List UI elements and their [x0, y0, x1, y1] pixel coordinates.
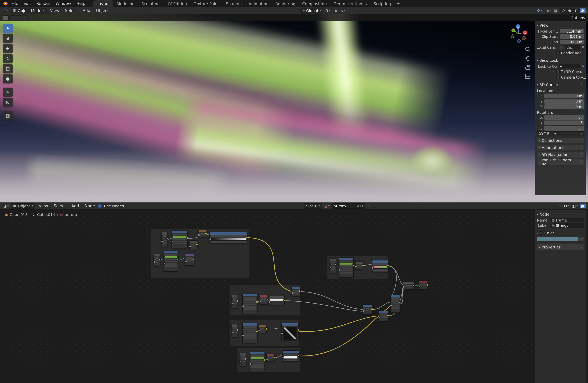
workspace-tab-geometry-nodes[interactable]: Geometry Nodes: [330, 0, 370, 7]
perspective-grid-icon[interactable]: [525, 73, 531, 79]
shader-node[interactable]: [242, 294, 257, 314]
workspace-tab-shading[interactable]: Shading: [222, 0, 245, 7]
tool-annotate-button[interactable]: ✎: [3, 88, 13, 97]
shading-rendered-icon[interactable]: ◑: [579, 8, 585, 13]
node-label-field[interactable]: ▦Strings: [550, 223, 584, 228]
shader-node[interactable]: [292, 287, 300, 296]
rotation-order-dropdown[interactable]: XYZ Euler ▾: [537, 131, 584, 136]
shader-node[interactable]: [282, 350, 299, 362]
viewport-menu-view[interactable]: View: [48, 8, 62, 13]
shader-node[interactable]: [231, 295, 238, 308]
duplicate-material-icon[interactable]: ❐: [360, 204, 363, 208]
shader-node[interactable]: [162, 232, 168, 247]
editor-type-viewport-icon[interactable]: ⊞▾: [2, 8, 10, 13]
shader-node[interactable]: [379, 311, 389, 321]
shader-node[interactable]: [419, 281, 428, 290]
tool-cursor-button[interactable]: ⊕: [3, 34, 13, 43]
workspace-tab-sculpting[interactable]: Sculpting: [138, 0, 163, 7]
shader-node[interactable]: [339, 257, 354, 278]
node-menu-view[interactable]: View: [37, 204, 50, 208]
clip-end-field[interactable]: 1000 m: [560, 40, 584, 44]
use-nodes-checkbox[interactable]: [98, 204, 102, 208]
select-mode-new-button[interactable]: [3, 15, 9, 20]
shader-node[interactable]: [154, 254, 160, 267]
cursor-loc-z-field[interactable]: 0 m: [544, 104, 584, 109]
shader-node[interactable]: [250, 352, 265, 372]
object-mode-dropdown[interactable]: ▣ Object Mode ▾: [11, 8, 47, 13]
shader-node[interactable]: [231, 324, 238, 338]
panel-properties-header[interactable]: ▸ Properties ⠿⠿: [537, 244, 584, 250]
panel-view-header[interactable]: ▾ View ⠿⠿: [537, 22, 584, 28]
color-presets-icon[interactable]: ☰: [581, 231, 584, 235]
node-graph[interactable]: [0, 210, 588, 383]
breadcrumb-item-cube-014[interactable]: Cube.014: [37, 212, 55, 217]
workspace-tab-scripting[interactable]: Scripting: [370, 0, 394, 7]
node-name-field[interactable]: ▦Frame: [550, 218, 584, 222]
shader-node[interactable]: [172, 230, 188, 248]
workspace-tab-texture-paint[interactable]: Texture Paint: [190, 0, 223, 7]
local-camera-checkbox[interactable]: [560, 46, 563, 49]
workspace-tab-compositing[interactable]: Compositing: [299, 0, 330, 7]
workspace-tab-modeling[interactable]: Modeling: [113, 0, 138, 7]
shading-material-icon[interactable]: ◐: [573, 8, 579, 13]
breadcrumb-item-aurora[interactable]: aurora: [65, 212, 77, 217]
xray-toggle-icon[interactable]: ▩: [553, 8, 559, 13]
node-menu-add[interactable]: Add: [69, 204, 81, 208]
clear-icon[interactable]: ✕: [582, 46, 584, 49]
tool-scale-button[interactable]: ◱: [3, 64, 13, 73]
snap-target-icon[interactable]: ⌖: [558, 203, 562, 209]
camera-view-icon[interactable]: [525, 64, 531, 70]
viewport-menu-object[interactable]: Object: [94, 8, 111, 13]
gizmo-y-axis[interactable]: [511, 28, 515, 32]
shader-node[interactable]: [210, 232, 247, 243]
eyedropper-icon[interactable]: ✎: [582, 65, 584, 68]
workspace-tab-animation[interactable]: Animation: [245, 0, 272, 7]
shader-node[interactable]: [164, 251, 178, 272]
viewport-3d[interactable]: Options ➤⊕✚↻◱◉✎◺▧ Z X: [0, 14, 588, 202]
shader-node[interactable]: [260, 295, 268, 305]
panel-node-header[interactable]: ▾ Node ⠿⠿: [537, 211, 584, 217]
shader-node[interactable]: [372, 260, 389, 272]
shader-node[interactable]: [390, 295, 400, 313]
camera-to-view-checkbox[interactable]: [556, 76, 560, 79]
panel-view-lock-header[interactable]: ▾ View Lock ⠿⠿: [537, 58, 584, 63]
tool-transform-button[interactable]: ◉: [3, 74, 13, 83]
add-workspace-button[interactable]: +: [394, 0, 402, 7]
editor-type-shader-icon[interactable]: ◑▾: [2, 203, 10, 208]
menu-edit[interactable]: Edit: [21, 0, 34, 7]
cursor-rot-x-field[interactable]: 0°: [544, 115, 584, 119]
workspace-tab-uv-editing[interactable]: UV Editing: [163, 0, 190, 7]
shader-node[interactable]: [281, 323, 299, 340]
cursor-loc-y-field[interactable]: 0 m: [544, 99, 584, 103]
shader-node[interactable]: [185, 254, 194, 266]
pan-hand-icon[interactable]: [525, 55, 531, 61]
browse-material-icon[interactable]: ◍▾: [323, 203, 331, 208]
menu-window[interactable]: Window: [53, 0, 74, 7]
proportional-editing-icon[interactable]: ◎: [333, 8, 338, 13]
select-mode-extend-button[interactable]: [9, 15, 15, 20]
snapping-magnet-icon[interactable]: ▾: [563, 204, 570, 208]
shader-preview-toggle-icon[interactable]: ▣: [580, 203, 586, 208]
breadcrumb-expand-icon[interactable]: ›: [1, 213, 3, 216]
menu-render[interactable]: Render: [34, 0, 53, 7]
shader-node[interactable]: [355, 261, 363, 269]
workspace-tab-rendering[interactable]: Rendering: [272, 0, 299, 7]
clip-start-field[interactable]: 0.01 m: [560, 34, 584, 39]
unlink-material-button[interactable]: ✕: [366, 203, 371, 208]
panel-collections-header[interactable]: ▸Collections⠿⠿: [537, 138, 584, 143]
shader-node[interactable]: [266, 354, 275, 362]
gizmo-z-neg-axis[interactable]: [517, 39, 520, 43]
fake-user-shield-icon[interactable]: ◈: [357, 204, 359, 208]
tool-add-cube-button[interactable]: ▧: [3, 111, 13, 120]
options-label[interactable]: Options: [570, 16, 585, 20]
gizmo-y-neg-axis[interactable]: [511, 35, 514, 38]
panel-3d-navigation-header[interactable]: ▸3D Navigation⠿⠿: [537, 152, 584, 157]
node-color-swatch[interactable]: [537, 237, 578, 241]
pin-icon[interactable]: ⊙: [372, 203, 378, 208]
cursor-rot-z-field[interactable]: 0°: [544, 126, 584, 130]
viewport-menu-add[interactable]: Add: [81, 8, 93, 13]
custom-color-checkbox[interactable]: [540, 231, 543, 235]
shader-node[interactable]: [242, 323, 257, 343]
panel-annotations-header[interactable]: ▸Annotations⠿⠿: [537, 145, 584, 151]
color-dropdown-button[interactable]: ▾: [578, 237, 584, 241]
